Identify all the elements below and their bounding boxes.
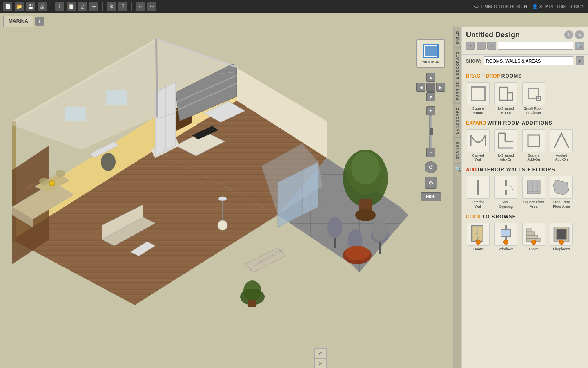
- svg-rect-23: [65, 107, 86, 121]
- doors-label: Doors: [473, 247, 483, 251]
- svg-point-34: [218, 220, 227, 230]
- side-tab-furnish[interactable]: FURNISH & DECORATE: [454, 48, 461, 104]
- interior-wall-item[interactable]: InteriorWall: [466, 176, 490, 209]
- angled-addon-item[interactable]: AngledAdd-On: [549, 129, 574, 162]
- freeform-floor-item[interactable]: Free-FormFloor Area: [549, 176, 574, 209]
- show-dropdown[interactable]: ROOMS, WALLS & AREAS FLOORS CEILING ALL: [484, 56, 573, 65]
- zoom-in-button[interactable]: +: [426, 106, 435, 115]
- code-icon: </>: [474, 4, 479, 9]
- zoom-track[interactable]: [429, 115, 432, 148]
- small-room-item[interactable]: Small Roomor Closet: [521, 82, 546, 115]
- collapse-panel-buttons: « »: [314, 348, 327, 368]
- undo-icon[interactable]: ↩: [136, 2, 145, 11]
- svg-point-64: [39, 178, 49, 185]
- stairs-item[interactable]: Stairs: [521, 223, 546, 251]
- right-panel: Untitled Design i ✕ ‹ › ⌂ 🔍 SHOW:: [461, 27, 588, 368]
- rotate-button[interactable]: ↺: [425, 161, 437, 173]
- side-tabs-column: BUILD FURNISH & DECORATE LANDSCAPE BRAND…: [453, 27, 461, 368]
- wall-opening-item[interactable]: WallOpening: [494, 176, 518, 209]
- share-button[interactable]: 👤 SHARE THIS DESIGN: [532, 4, 585, 9]
- side-tab-brands[interactable]: BRANDS: [454, 138, 461, 164]
- svg-point-58: [345, 246, 370, 260]
- zoom-out-button[interactable]: −: [426, 148, 435, 157]
- panel-forward-button[interactable]: ›: [477, 42, 486, 50]
- print-icon[interactable]: 🖨: [38, 2, 47, 11]
- panel-search-input[interactable]: [498, 42, 573, 50]
- nav-center-button[interactable]: [426, 83, 435, 92]
- collapse-down-button[interactable]: »: [314, 358, 327, 368]
- freeform-floor-label: Free-FormFloor Area: [553, 200, 570, 209]
- nav-controls: VIEW IN 2D ▲ ◀ ▶ ▼ + − ↺ ⚙: [416, 39, 445, 201]
- panel-info-button[interactable]: i: [564, 30, 573, 39]
- open-file-icon[interactable]: 📂: [15, 2, 24, 11]
- svg-point-60: [243, 280, 261, 301]
- toolbar-sep-2: [102, 2, 103, 11]
- new-file-icon[interactable]: 📄: [3, 2, 12, 11]
- side-tab-build[interactable]: BUILD: [454, 27, 461, 48]
- nav-right-button[interactable]: ▶: [436, 83, 445, 92]
- help-icon[interactable]: ?: [118, 2, 127, 11]
- panel-search-button[interactable]: 🔍: [575, 42, 584, 50]
- tab-marina[interactable]: MARINA: [3, 16, 33, 27]
- svg-rect-114: [526, 229, 531, 232]
- view-2d-icon: [423, 44, 439, 58]
- svg-point-65: [56, 170, 65, 177]
- stairs-icon: [522, 223, 545, 246]
- embed-button[interactable]: </> EMBED THIS DESIGN: [474, 4, 527, 9]
- hide-button[interactable]: HIDE: [421, 192, 441, 201]
- panel-back-button[interactable]: ‹: [466, 42, 475, 50]
- svg-marker-102: [553, 180, 569, 195]
- redo-icon[interactable]: ↪: [147, 2, 156, 11]
- info-icon[interactable]: ℹ: [55, 2, 64, 11]
- l-addon-label: L-ShapedAdd-On: [498, 153, 514, 162]
- svg-rect-97: [527, 181, 540, 194]
- settings-button[interactable]: ⚙: [425, 177, 437, 189]
- clipboard-icon[interactable]: 📋: [67, 2, 76, 11]
- doors-item[interactable]: Doors: [466, 223, 490, 251]
- interior-walls-header: ADD INTERIOR WALLS + FLOORS: [466, 167, 584, 173]
- windows-item[interactable]: Windows: [494, 223, 518, 251]
- svg-rect-24: [106, 90, 127, 105]
- view-in-2d-button[interactable]: VIEW IN 2D: [416, 39, 445, 68]
- print2-icon[interactable]: 🖨: [78, 2, 87, 11]
- square-addon-icon: [522, 129, 545, 152]
- square-addon-item[interactable]: SquareAdd-On: [521, 129, 546, 162]
- nav-left-button[interactable]: ◀: [416, 83, 425, 92]
- side-tab-search[interactable]: 🔍: [454, 163, 461, 175]
- save-icon[interactable]: 💾: [26, 2, 35, 11]
- zoom-control: + −: [426, 106, 435, 157]
- direction-arrows: ▲ ◀ ▶ ▼: [416, 73, 445, 101]
- curved-wall-item[interactable]: CurvedWall: [466, 129, 490, 162]
- fireplaces-badge: [559, 240, 564, 245]
- add-tab-button[interactable]: +: [35, 17, 44, 26]
- square-floor-item[interactable]: Square FloorArea: [521, 176, 546, 209]
- zoom-thumb[interactable]: [430, 128, 433, 135]
- canvas-area[interactable]: VIEW IN 2D ▲ ◀ ▶ ▼ + − ↺ ⚙: [0, 27, 453, 368]
- panel-home-button[interactable]: ⌂: [487, 42, 496, 50]
- main-area: VIEW IN 2D ▲ ◀ ▶ ▼ + − ↺ ⚙: [0, 27, 588, 368]
- curved-wall-label: CurvedWall: [472, 153, 484, 162]
- floorplan-view[interactable]: [0, 27, 453, 368]
- doors-badge: [476, 240, 481, 245]
- square-room-item[interactable]: SquareRoom: [466, 82, 490, 115]
- stairs-label: Stairs: [529, 247, 538, 251]
- l-addon-item[interactable]: L-ShapedAdd-On: [494, 129, 518, 162]
- fireplaces-item[interactable]: Fireplaces: [549, 223, 574, 251]
- collapse-up-button[interactable]: «: [314, 348, 327, 358]
- windows-badge: [503, 240, 508, 245]
- panel-close-button[interactable]: ✕: [575, 30, 584, 39]
- nav-down-button[interactable]: ▼: [426, 92, 435, 101]
- settings2-icon[interactable]: ⚙: [107, 2, 116, 11]
- share-person-icon: 👤: [532, 4, 538, 9]
- export-icon[interactable]: ➡: [89, 2, 98, 11]
- svg-rect-113: [526, 232, 535, 235]
- square-room-shape: [471, 86, 486, 101]
- square-room-label: SquareRoom: [472, 106, 484, 115]
- square-floor-label: Square FloorArea: [523, 200, 544, 209]
- side-tab-landscape[interactable]: LANDSCAPE: [454, 104, 461, 138]
- nav-up-button[interactable]: ▲: [426, 73, 435, 82]
- angled-addon-label: AngledAdd-On: [555, 153, 568, 162]
- svg-rect-93: [528, 135, 539, 146]
- l-shaped-room-item[interactable]: L-ShapedRoom: [494, 82, 518, 115]
- windows-label: Windows: [499, 247, 514, 251]
